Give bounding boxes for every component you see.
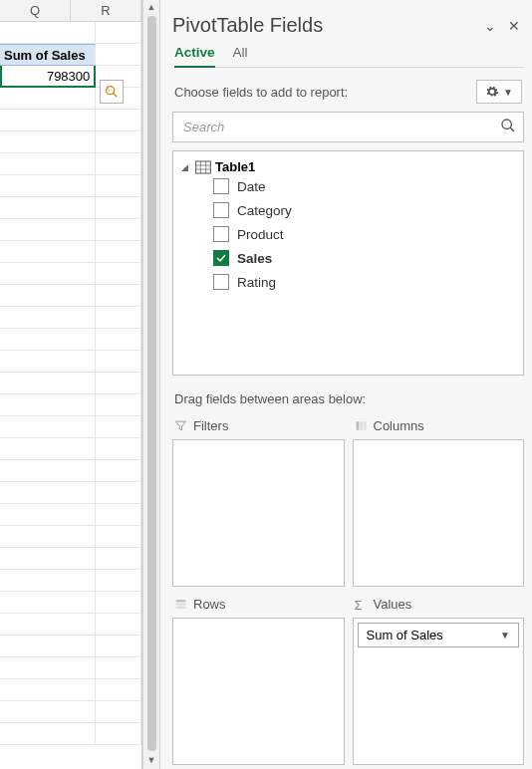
collapse-caret-icon[interactable]: ◢: [181, 162, 191, 172]
checkbox-unchecked[interactable]: [213, 178, 229, 194]
tab-active[interactable]: Active: [174, 45, 215, 68]
empty-cell[interactable]: [96, 351, 141, 373]
empty-cell[interactable]: [0, 438, 96, 460]
empty-cell[interactable]: [96, 482, 141, 504]
empty-cell[interactable]: [96, 307, 141, 329]
field-date[interactable]: Date: [213, 178, 517, 194]
scroll-up-icon[interactable]: ▲: [147, 2, 156, 12]
empty-cell[interactable]: [96, 723, 141, 745]
tab-all[interactable]: All: [233, 45, 248, 67]
field-product[interactable]: Product: [213, 226, 517, 242]
empty-cell[interactable]: [0, 285, 96, 307]
filters-dropzone[interactable]: [172, 439, 345, 587]
empty-cell[interactable]: [0, 219, 96, 241]
scrollbar-thumb[interactable]: [147, 16, 156, 751]
field-sales[interactable]: Sales: [213, 250, 517, 266]
checkbox-unchecked[interactable]: [213, 226, 229, 242]
empty-cell[interactable]: [96, 460, 141, 482]
empty-cell[interactable]: [0, 460, 96, 482]
vertical-scrollbar[interactable]: ▲ ▼: [142, 0, 159, 769]
columns-dropzone[interactable]: [353, 439, 525, 587]
collapse-icon[interactable]: ⌄: [484, 18, 496, 34]
field-list[interactable]: ◢ Table1 Date Category Product: [172, 150, 524, 376]
checkbox-unchecked[interactable]: [213, 202, 229, 218]
empty-cell[interactable]: [96, 614, 141, 636]
empty-cell[interactable]: [0, 175, 96, 197]
column-header-r[interactable]: R: [71, 0, 141, 21]
pivot-header-cell[interactable]: Sum of Sales: [0, 44, 96, 66]
empty-cell[interactable]: [0, 373, 96, 394]
empty-cell[interactable]: [96, 175, 141, 197]
empty-cell[interactable]: [96, 22, 141, 44]
empty-cell[interactable]: [96, 329, 141, 351]
search-input[interactable]: [172, 112, 524, 142]
empty-cell[interactable]: [0, 636, 96, 657]
column-header-q[interactable]: Q: [0, 0, 71, 21]
scroll-down-icon[interactable]: ▼: [147, 755, 156, 765]
spreadsheet-grid[interactable]: Q R Sum of Sales 798300 /*rows rendered …: [0, 0, 142, 769]
empty-cell[interactable]: [96, 416, 141, 438]
empty-cell[interactable]: [96, 219, 141, 241]
drag-hint: Drag fields between areas below:: [172, 376, 524, 416]
empty-cell[interactable]: [0, 504, 96, 526]
empty-cell[interactable]: [0, 679, 96, 701]
empty-cell[interactable]: [0, 241, 96, 263]
tools-button[interactable]: ▼: [476, 80, 522, 104]
empty-cell[interactable]: [0, 351, 96, 373]
empty-cell[interactable]: [96, 701, 141, 723]
empty-cell[interactable]: [96, 636, 141, 657]
empty-cell[interactable]: [96, 657, 141, 679]
empty-cell[interactable]: [0, 416, 96, 438]
empty-cell[interactable]: [96, 526, 141, 548]
checkbox-unchecked[interactable]: [213, 274, 229, 290]
empty-cell[interactable]: [0, 657, 96, 679]
empty-cell[interactable]: [96, 438, 141, 460]
empty-cell[interactable]: [0, 197, 96, 219]
empty-cell[interactable]: [96, 110, 141, 131]
field-category[interactable]: Category: [213, 202, 517, 218]
search-field[interactable]: [172, 112, 524, 142]
empty-cell[interactable]: [96, 44, 141, 66]
empty-cell[interactable]: [0, 131, 96, 153]
empty-cell[interactable]: [0, 307, 96, 329]
empty-cell[interactable]: [0, 394, 96, 416]
quick-analysis-icon[interactable]: [100, 80, 124, 104]
empty-cell[interactable]: [0, 22, 96, 44]
empty-cell[interactable]: [96, 153, 141, 175]
empty-cell[interactable]: [0, 88, 96, 110]
pivot-value-cell[interactable]: 798300: [0, 66, 96, 88]
empty-cell[interactable]: [0, 701, 96, 723]
empty-cell[interactable]: [0, 570, 96, 592]
empty-cell[interactable]: [96, 679, 141, 701]
rows-dropzone[interactable]: [172, 618, 345, 765]
empty-cell[interactable]: [96, 592, 141, 614]
values-dropzone[interactable]: Sum of Sales ▼: [353, 618, 525, 765]
chevron-down-icon[interactable]: ▼: [500, 630, 510, 641]
empty-cell[interactable]: [96, 131, 141, 153]
empty-cell[interactable]: [0, 263, 96, 285]
table-node[interactable]: ◢ Table1: [181, 159, 517, 174]
field-rating[interactable]: Rating: [213, 274, 517, 290]
empty-cell[interactable]: [0, 723, 96, 745]
empty-cell[interactable]: [96, 241, 141, 263]
empty-cell[interactable]: [0, 526, 96, 548]
svg-rect-10: [360, 421, 363, 430]
empty-cell[interactable]: [0, 329, 96, 351]
value-field-item[interactable]: Sum of Sales ▼: [358, 623, 520, 647]
empty-cell[interactable]: [96, 570, 141, 592]
empty-cell[interactable]: [0, 110, 96, 131]
close-icon[interactable]: ✕: [508, 18, 520, 34]
empty-cell[interactable]: [96, 394, 141, 416]
empty-cell[interactable]: [96, 197, 141, 219]
empty-cell[interactable]: [96, 285, 141, 307]
empty-cell[interactable]: [96, 373, 141, 394]
empty-cell[interactable]: [0, 592, 96, 614]
checkbox-checked[interactable]: [213, 250, 229, 266]
empty-cell[interactable]: [0, 153, 96, 175]
empty-cell[interactable]: [96, 263, 141, 285]
empty-cell[interactable]: [96, 548, 141, 570]
empty-cell[interactable]: [0, 614, 96, 636]
empty-cell[interactable]: [0, 548, 96, 570]
empty-cell[interactable]: [96, 504, 141, 526]
empty-cell[interactable]: [0, 482, 96, 504]
